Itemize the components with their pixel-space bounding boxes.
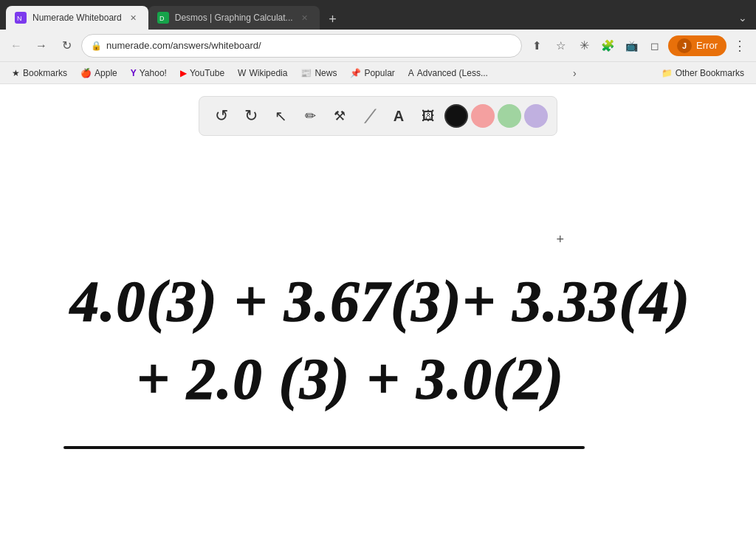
other-bookmarks-container: 📁 Other Bookmarks	[656, 66, 750, 81]
color-green[interactable]	[498, 104, 521, 128]
color-black[interactable]	[444, 104, 468, 128]
profile-avatar: J	[677, 38, 692, 53]
tab-favicon-desmos: D	[157, 12, 169, 24]
back-button[interactable]: ←	[6, 35, 27, 56]
tools-button[interactable]: ⚒	[326, 103, 353, 129]
tab-favicon-numerade: N	[15, 12, 27, 24]
undo-icon: ↺	[215, 106, 228, 126]
bookmark-youtube[interactable]: ▶ YouTube	[174, 66, 230, 81]
svg-text:N: N	[17, 15, 22, 22]
bookmarks-label: Bookmarks	[23, 68, 67, 78]
bookmarks-more-button[interactable]: ›	[568, 65, 581, 81]
bookmark-bookmarks[interactable]: ★ Bookmarks	[6, 66, 73, 81]
advanced-icon: A	[408, 68, 414, 78]
plus-cursor: +	[556, 232, 564, 247]
image-tool-button[interactable]: 🖼	[415, 103, 441, 129]
address-text: numerade.com/answers/whiteboard/	[106, 40, 512, 51]
wikipedia-icon: W	[238, 68, 246, 78]
tab-close-desmos[interactable]: ✕	[299, 12, 311, 24]
bookmark-advanced[interactable]: A Advanced (Less...	[402, 66, 494, 81]
svg-text:D: D	[159, 15, 165, 22]
bookmarks-star-icon: ★	[12, 68, 20, 78]
tab-title-numerade: Numerade Whiteboard	[32, 13, 122, 23]
other-bookmarks-button[interactable]: 📁 Other Bookmarks	[656, 66, 750, 81]
tab-title-desmos: Desmos | Graphing Calculat...	[175, 13, 293, 23]
folder-icon: 📁	[662, 68, 673, 78]
select-tool-button[interactable]: ↖	[267, 103, 294, 129]
bookmarks-bar: ★ Bookmarks 🍎 Apple Y Yahoo! ▶ YouTube W…	[0, 62, 756, 84]
tab-close-numerade[interactable]: ✕	[128, 12, 140, 24]
bookmark-yahoo[interactable]: Y Yahoo!	[125, 66, 173, 81]
apple-label: Apple	[94, 68, 117, 78]
drawing-canvas[interactable]: 4.0(3) + 3.67(3)+ 3.33(4) + 2.0 (3) + 3.…	[0, 84, 756, 548]
extensions-button[interactable]: 🧩	[597, 35, 618, 56]
tab-desmos[interactable]: D Desmos | Graphing Calculat... ✕	[148, 6, 320, 30]
popular-icon: 📌	[350, 68, 361, 78]
pencil-tool-button[interactable]: ✏	[297, 103, 323, 129]
youtube-icon: ▶	[180, 68, 187, 78]
undo-button[interactable]: ↺	[208, 103, 235, 129]
reload-button[interactable]: ↻	[56, 35, 77, 56]
forward-button[interactable]: →	[31, 35, 52, 56]
share-button[interactable]: ⬆	[526, 35, 547, 56]
color-pink[interactable]	[471, 104, 495, 128]
news-icon: 📰	[300, 68, 312, 78]
math-line-1: 4.0(3) + 3.67(3)+ 3.33(4)	[69, 269, 691, 333]
youtube-label: YouTube	[190, 68, 224, 78]
wrench-icon: ⚒	[334, 108, 346, 124]
more-options-button[interactable]: ⋮	[729, 35, 750, 56]
tab-bar: N Numerade Whiteboard ✕ D Desmos | Graph…	[0, 0, 756, 30]
address-bar: ← → ↻ 🔒 numerade.com/answers/whiteboard/…	[0, 30, 756, 62]
address-field[interactable]: 🔒 numerade.com/answers/whiteboard/	[81, 34, 522, 58]
redo-button[interactable]: ↻	[238, 103, 264, 129]
tab-numerade[interactable]: N Numerade Whiteboard ✕	[6, 6, 148, 30]
news-label: News	[315, 68, 337, 78]
math-line-2: + 2.0 (3) + 3.0(2)	[137, 346, 565, 411]
apple-icon: 🍎	[80, 68, 92, 78]
pencil-icon: ✏	[305, 108, 316, 124]
tab-bar-menu-button[interactable]: ⌄	[735, 9, 750, 27]
cast-button[interactable]: 📺	[621, 35, 642, 56]
reading-mode-button[interactable]: ◻	[645, 35, 665, 56]
yahoo-icon: Y	[131, 68, 137, 78]
text-icon: A	[394, 108, 404, 125]
profile-button[interactable]: J Error	[668, 35, 726, 56]
text-tool-button[interactable]: A	[385, 103, 412, 129]
whiteboard-toolbar: ↺ ↻ ↖ ✏ ⚒ ╱ A 🖼	[199, 96, 557, 136]
bookmark-news[interactable]: 📰 News	[295, 66, 343, 81]
perplexity-button[interactable]: ✳	[574, 35, 594, 56]
whiteboard-container[interactable]: ↺ ↻ ↖ ✏ ⚒ ╱ A 🖼	[0, 84, 756, 548]
browser-chrome: N Numerade Whiteboard ✕ D Desmos | Graph…	[0, 0, 756, 84]
profile-label: Error	[696, 40, 718, 51]
yahoo-label: Yahoo!	[140, 68, 167, 78]
marker-tool-button[interactable]: ╱	[356, 103, 382, 129]
marker-icon: ╱	[365, 109, 373, 123]
wikipedia-label: Wikipedia	[249, 68, 287, 78]
address-icons: ⬆ ☆ ✳ 🧩 📺 ◻ J Error ⋮	[526, 35, 750, 56]
bookmark-wikipedia[interactable]: W Wikipedia	[232, 66, 293, 81]
cursor-icon: ↖	[275, 107, 287, 125]
color-lavender[interactable]	[524, 104, 548, 128]
redo-icon: ↻	[244, 106, 258, 126]
new-tab-button[interactable]: +	[323, 9, 343, 30]
lock-icon: 🔒	[91, 41, 102, 51]
bookmark-popular[interactable]: 📌 Popular	[344, 66, 400, 81]
bookmark-apple[interactable]: 🍎 Apple	[75, 66, 123, 81]
advanced-label: Advanced (Less...	[417, 68, 488, 78]
other-bookmarks-label: Other Bookmarks	[676, 68, 744, 78]
tab-bar-right: ⌄	[735, 9, 750, 30]
popular-label: Popular	[364, 68, 394, 78]
bookmark-star-button[interactable]: ☆	[550, 35, 571, 56]
image-icon: 🖼	[422, 109, 435, 124]
